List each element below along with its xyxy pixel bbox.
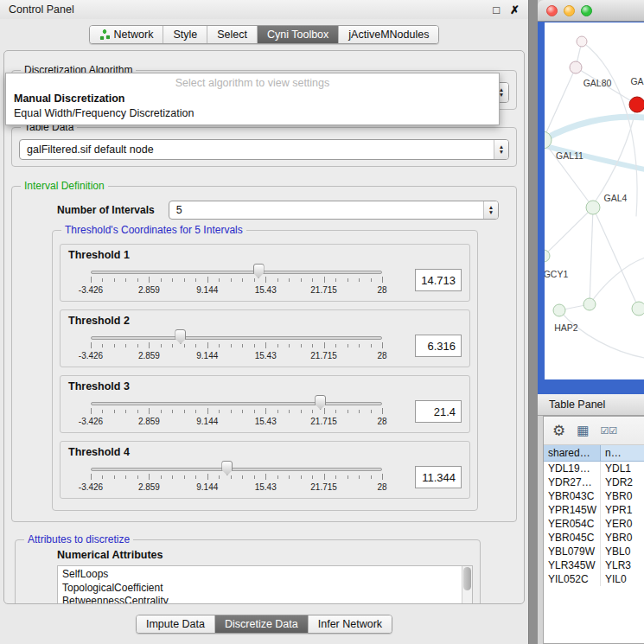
tab-style[interactable]: Style — [163, 26, 207, 43]
column-header-shared-name[interactable]: shared… — [544, 445, 601, 461]
network-window-titlebar[interactable] — [538, 0, 644, 22]
threshold-value[interactable]: 14.713 — [415, 269, 462, 291]
tab-cyni-toolbox[interactable]: Cyni Toolbox — [258, 26, 339, 43]
network-node[interactable] — [632, 302, 644, 316]
cell-name: YLR3 — [601, 558, 644, 572]
table-row[interactable]: YIL052CYIL0 — [544, 572, 644, 586]
cell-shared-name: YER054C — [544, 517, 601, 531]
table-row[interactable]: YBL079WYBL0 — [544, 545, 644, 558]
table-row[interactable]: YLR345WYLR3 — [544, 558, 644, 572]
tab-network[interactable]: Network — [90, 26, 164, 43]
num-intervals-value: 5 — [176, 204, 483, 216]
threshold-slider[interactable]: -3.4262.8599.14415.4321.71528 — [68, 262, 405, 298]
table-row[interactable]: YBR043CYBR0 — [544, 489, 644, 503]
combo-stepper-icon[interactable]: ▲▼ — [494, 140, 508, 159]
cell-shared-name: YBR045C — [544, 531, 601, 545]
dropdown-items: Manual DiscretizationEqual Width/Frequen… — [6, 92, 499, 121]
list-item[interactable]: SelfLoops — [62, 568, 460, 582]
threshold-slider[interactable]: -3.4262.8599.14415.4321.71528 — [68, 393, 405, 430]
zoom-button[interactable] — [581, 5, 592, 16]
table-data-combo[interactable]: galFiltered.sif default node ▲▼ — [19, 139, 509, 160]
network-node[interactable] — [553, 304, 565, 316]
table-data-group: Table Data galFiltered.sif default node … — [11, 127, 517, 167]
network-node[interactable] — [545, 250, 550, 262]
interval-group-label: Interval Definition — [21, 180, 108, 192]
table-row[interactable]: YBR045CYBR0 — [544, 531, 644, 545]
slider-track[interactable] — [91, 468, 382, 471]
list-item[interactable]: BetweennessCentrality — [62, 595, 460, 604]
table-panel: ⚙▦☑☑ shared… n… YDL19…YDL1YDR27…YDR2YBR0… — [543, 416, 644, 644]
slider-tick-labels: -3.4262.8599.14415.4321.71528 — [91, 351, 382, 361]
table-row[interactable]: YPR145WYPR1 — [544, 503, 644, 517]
network-edge — [582, 41, 637, 216]
network-canvas-svg[interactable]: GAL80GAGAL11GAL4GCY1HAP2 — [545, 22, 644, 379]
slider-track[interactable] — [91, 402, 382, 405]
numerical-attributes-list[interactable]: SelfLoopsTopologicalCoefficientBetweenne… — [57, 565, 473, 604]
threshold-value[interactable]: 6.316 — [415, 335, 462, 357]
control-panel-titlebar[interactable]: Control Panel □ ✗ — [0, 0, 528, 19]
combo-stepper-icon[interactable]: ▲▼ — [483, 201, 498, 219]
cell-name: YDR2 — [601, 475, 644, 489]
thresholds-group: Threshold's Coordinates for 5 Intervals … — [52, 230, 478, 511]
table-row[interactable]: YDR27…YDR2 — [544, 475, 644, 489]
threshold-slider[interactable]: -3.4262.8599.14415.4321.71528 — [68, 328, 405, 364]
network-node[interactable] — [586, 201, 600, 214]
tab-impute-data[interactable]: Impute Data — [137, 615, 215, 633]
threshold-label: Threshold 1 — [68, 249, 462, 261]
threshold-panel: Threshold 3 -3.4262.8599.14415.4321.7152… — [60, 375, 470, 433]
network-canvas[interactable]: GAL80GAGAL11GAL4GCY1HAP2 — [545, 22, 644, 379]
threshold-value[interactable]: 21.4 — [415, 400, 462, 423]
top-tabbar: NetworkStyleSelectCyni ToolboxjActiveMNo… — [0, 19, 528, 50]
threshold-value[interactable]: 11.344 — [415, 466, 462, 488]
network-node[interactable] — [583, 298, 596, 310]
cell-shared-name: YBL079W — [544, 545, 601, 558]
tab-label: Infer Network — [318, 618, 382, 630]
dropdown-item[interactable]: Manual Discretization — [6, 92, 499, 106]
tab-infer-network[interactable]: Infer Network — [309, 615, 392, 633]
tab-discretize-data[interactable]: Discretize Data — [215, 615, 309, 633]
network-node[interactable] — [629, 97, 644, 112]
network-node[interactable] — [570, 61, 582, 73]
interval-definition-group: Interval Definition Number of Intervals … — [11, 186, 517, 522]
checkboxes-icon[interactable]: ☑☑ — [600, 425, 617, 437]
node-label: GA — [630, 76, 643, 86]
cell-name: YBR0 — [601, 489, 644, 503]
network-node[interactable] — [577, 36, 587, 47]
float-window-icon[interactable]: □ — [493, 3, 500, 16]
tab-label: Network — [114, 29, 154, 41]
attributes-group-label: Attributes to discretize — [24, 533, 133, 545]
threshold-slider[interactable]: -3.4262.8599.14415.4321.71528 — [68, 459, 405, 495]
slider-track[interactable] — [91, 271, 382, 274]
cell-name: YBL0 — [601, 545, 644, 558]
table-panel-header[interactable]: Table Panel — [538, 394, 644, 416]
network-edge — [590, 258, 644, 304]
tab-select[interactable]: Select — [207, 26, 258, 43]
table-row[interactable]: YER054CYER0 — [544, 517, 644, 531]
table-toolbar: ⚙▦☑☑ — [544, 417, 644, 445]
cell-name: YER0 — [601, 517, 644, 531]
tab-label: Cyni Toolbox — [267, 29, 328, 41]
threshold-panel: Threshold 2 -3.4262.8599.14415.4321.7152… — [60, 309, 470, 367]
columns-icon[interactable]: ▦ — [577, 423, 589, 438]
num-intervals-combo[interactable]: 5 ▲▼ — [169, 201, 499, 220]
dropdown-item[interactable]: Equal Width/Frequency Discretization — [6, 106, 499, 121]
network-icon — [99, 29, 110, 40]
cell-shared-name: YPR145W — [544, 503, 601, 517]
scrollbar-thumb[interactable] — [463, 567, 471, 590]
close-panel-icon[interactable]: ✗ — [510, 3, 520, 16]
table-row[interactable]: YDL19…YDL1 — [544, 462, 644, 475]
minimize-button[interactable] — [564, 5, 575, 16]
scrollbar[interactable] — [462, 566, 472, 604]
gear-icon[interactable]: ⚙ — [552, 422, 565, 440]
slider-ticks — [91, 277, 382, 284]
bottom-tabs: Impute DataDiscretize DataInfer Network — [136, 615, 392, 634]
network-window: GAL80GAGAL11GAL4GCY1HAP2 Table Panel ⚙▦☑… — [538, 0, 644, 644]
cell-shared-name: YIL052C — [544, 572, 601, 586]
slider-track[interactable] — [91, 336, 382, 340]
tab-jactivemnodules[interactable]: jActiveMNodules — [339, 26, 438, 43]
table-body: YDL19…YDL1YDR27…YDR2YBR043CYBR0YPR145WYP… — [544, 462, 644, 586]
close-button[interactable] — [546, 5, 558, 16]
column-header-name[interactable]: n… — [601, 445, 644, 461]
algorithm-dropdown-popup: Select algorithm to view settings Manual… — [5, 73, 500, 125]
list-item[interactable]: TopologicalCoefficient — [62, 582, 460, 596]
